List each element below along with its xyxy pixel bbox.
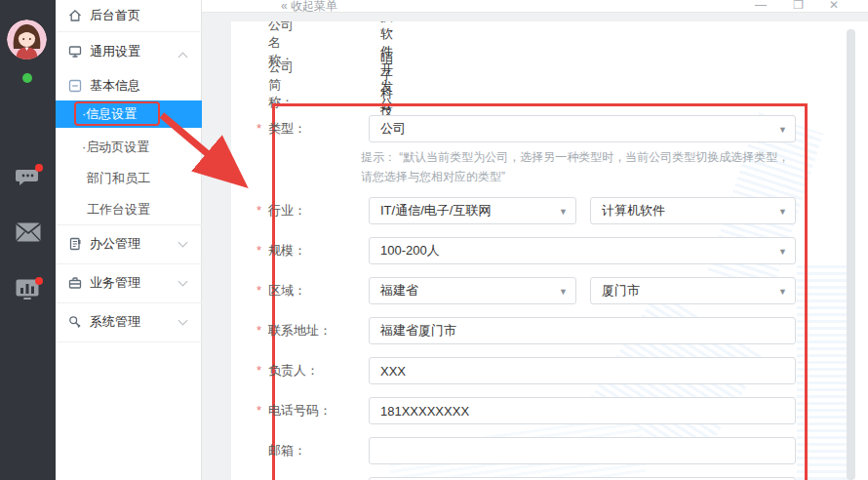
field-value: 哨子科技	[380, 50, 393, 120]
collapse-menu-button[interactable]: « 收起菜单	[281, 0, 337, 13]
selected-value: 厦门市	[602, 282, 640, 300]
field-label: 类型：	[268, 115, 306, 142]
menu-item-general-settings[interactable]: 通用设置	[56, 33, 202, 70]
required-asterisk: *	[256, 403, 261, 418]
dropdown-arrow-icon: ▼	[778, 247, 787, 257]
required-asterisk: *	[256, 283, 261, 298]
dropdown-arrow-icon: ▼	[559, 207, 568, 217]
menu-item-label: 基本信息	[90, 77, 140, 95]
field-label: 区域：	[268, 277, 306, 304]
chevron-down-icon	[178, 238, 188, 248]
home-icon	[68, 9, 82, 22]
menu-item-label: 办公管理	[90, 235, 140, 253]
avatar[interactable]	[7, 20, 47, 60]
industry-category-select[interactable]: IT/通信/电子/互联网 ▼	[369, 197, 576, 224]
notebook-icon	[68, 237, 82, 251]
briefcase-icon	[68, 276, 82, 290]
sidebar-menu: 后台首页 通用设置 基本信息 ·信息设置 ·启动页设置 部门和员工 工作台设置 …	[56, 0, 202, 480]
menu-item-label: 后台首页	[90, 7, 140, 24]
phone-input[interactable]	[369, 397, 796, 424]
menu-item-label: 业务管理	[90, 274, 140, 292]
menu-item-workbench[interactable]: 工作台设置	[56, 197, 202, 222]
dropdown-arrow-icon: ▼	[778, 207, 787, 217]
province-select[interactable]: 福建省 ▼	[369, 277, 576, 304]
field-label: 负责人：	[268, 357, 319, 384]
selected-value: IT/通信/电子/互联网	[380, 202, 491, 220]
selected-value: 公司	[380, 120, 406, 138]
stats-badge	[35, 277, 43, 285]
wrench-icon	[68, 315, 82, 329]
vertical-scrollbar[interactable]	[847, 29, 855, 480]
chevron-down-icon	[178, 316, 188, 326]
menu-item-home[interactable]: 后台首页	[56, 0, 202, 31]
chevron-down-icon	[178, 277, 188, 287]
principal-row: * 负责人：	[231, 357, 816, 384]
address-row: * 联系地址：	[231, 317, 816, 344]
icon-rail	[0, 0, 56, 480]
content-topbar: « 收起菜单 — ❐ ✕	[202, 0, 868, 13]
region-row: * 区域： 福建省 ▼ 厦门市 ▼	[231, 277, 816, 304]
menu-item-label: 通用设置	[90, 43, 140, 60]
annotation-red-outline	[74, 101, 160, 126]
chevron-up-icon	[178, 52, 188, 61]
scale-row: * 规模： 100-200人 ▼	[231, 237, 816, 264]
required-asterisk: *	[256, 323, 261, 338]
menu-item-business-mgmt[interactable]: 业务管理	[56, 263, 202, 302]
selected-value: 100-200人	[380, 242, 440, 260]
company-info-form-panel: 公司名称： 哨子科技软件开发公司 公司简称： 哨子科技 * 类型： 公司 ▼ 提…	[231, 21, 868, 480]
required-asterisk: *	[256, 121, 261, 136]
menu-item-system-mgmt[interactable]: 系统管理	[56, 302, 202, 341]
minimize-button[interactable]: —	[755, 0, 767, 12]
avatar-girl-icon	[7, 20, 47, 60]
mail-icon[interactable]	[16, 222, 41, 242]
collapse-minus-icon	[68, 79, 82, 93]
industry-sub-select[interactable]: 计算机软件 ▼	[590, 197, 796, 224]
menu-divider	[56, 31, 202, 32]
menu-item-splash-settings[interactable]: ·启动页设置	[56, 135, 202, 160]
menu-item-info-settings-active[interactable]: ·信息设置	[56, 100, 202, 128]
type-select[interactable]: 公司 ▼	[369, 115, 796, 142]
address-input[interactable]	[369, 317, 796, 344]
menu-divider	[56, 341, 202, 342]
field-label: 邮箱：	[268, 437, 306, 464]
close-button[interactable]: ✕	[829, 0, 839, 12]
required-asterisk: *	[256, 203, 261, 218]
maximize-button[interactable]: ❐	[793, 0, 804, 12]
scale-select[interactable]: 100-200人 ▼	[369, 237, 796, 264]
field-label: 联系地址：	[268, 317, 332, 344]
dropdown-arrow-icon: ▼	[559, 287, 568, 297]
required-asterisk: *	[256, 363, 261, 378]
principal-input[interactable]	[369, 357, 796, 384]
field-label: 公司简称：	[268, 59, 294, 111]
field-label: 规模：	[268, 237, 306, 264]
required-asterisk: *	[256, 243, 261, 258]
monitor-icon	[68, 45, 82, 59]
menu-item-label: 部门和员工	[87, 170, 150, 187]
menu-item-office-mgmt[interactable]: 办公管理	[56, 224, 202, 263]
menu-item-departments[interactable]: 部门和员工	[56, 166, 202, 191]
menu-item-label: 工作台设置	[87, 201, 150, 219]
phone-row: * 电话号码：	[231, 397, 816, 424]
dropdown-arrow-icon: ▼	[778, 287, 787, 297]
chat-badge	[35, 164, 43, 172]
menu-item-label: 系统管理	[90, 313, 140, 331]
menu-item-basic-info[interactable]: 基本信息	[56, 74, 202, 98]
type-row: * 类型： 公司 ▼	[231, 115, 816, 142]
type-hint-text: 提示： “默认当前类型为公司，选择另一种类型时，当前公司类型切换成选择类型，请您…	[361, 148, 796, 187]
city-select[interactable]: 厦门市 ▼	[590, 277, 796, 304]
dropdown-arrow-icon: ▼	[778, 125, 787, 135]
field-label: 行业：	[268, 197, 306, 224]
menu-item-label: ·启动页设置	[82, 139, 149, 156]
selected-value: 计算机软件	[602, 202, 665, 220]
selected-value: 福建省	[380, 282, 418, 300]
online-status-dot	[22, 73, 32, 83]
email-row: 邮箱：	[231, 437, 816, 464]
email-input[interactable]	[369, 437, 796, 464]
field-label: 电话号码：	[268, 397, 332, 424]
industry-row: * 行业： IT/通信/电子/互联网 ▼ 计算机软件 ▼	[231, 197, 816, 224]
